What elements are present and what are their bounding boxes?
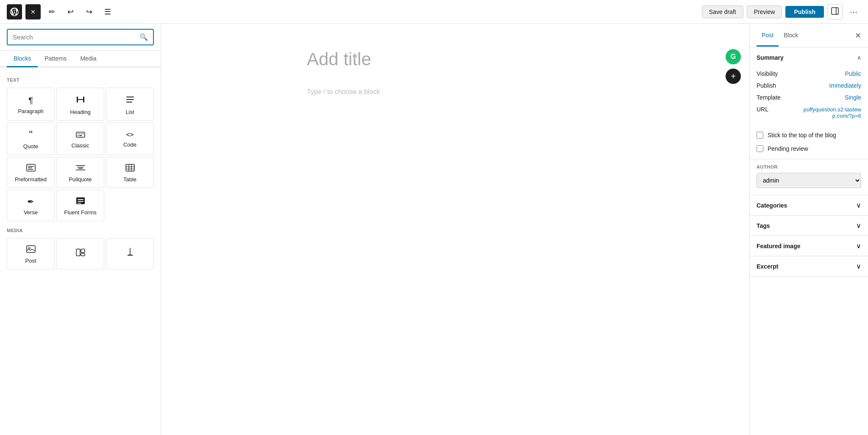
block-gallery[interactable] — [56, 238, 104, 269]
tab-block[interactable]: Block — [779, 25, 803, 47]
media-section-label: MEDIA — [7, 228, 154, 233]
text-section-label: TEXT — [7, 78, 154, 83]
excerpt-row[interactable]: Excerpt ∨ — [750, 256, 868, 277]
stick-checkbox[interactable] — [757, 132, 763, 139]
image-icon — [26, 245, 36, 254]
svg-rect-17 — [28, 168, 32, 169]
block-heading[interactable]: Heading — [56, 88, 104, 121]
svg-rect-20 — [76, 170, 85, 171]
svg-rect-1 — [836, 8, 837, 14]
categories-row[interactable]: Categories ∨ — [750, 195, 868, 216]
block-pullquote[interactable]: Pullquote — [56, 157, 104, 188]
stick-label[interactable]: Stick to the top of the blog — [768, 132, 836, 139]
settings-panel-button[interactable] — [827, 4, 843, 19]
block-label: Preformatted — [15, 176, 47, 183]
featured-image-label: Featured image — [757, 243, 800, 249]
add-block-button[interactable]: + — [726, 69, 741, 84]
block-label: Post — [25, 258, 36, 264]
redo-button[interactable]: ↪ — [81, 4, 97, 19]
pullquote-icon — [76, 164, 85, 173]
publish-value[interactable]: Immediately — [829, 82, 861, 89]
ellipsis-icon: ⋯ — [850, 7, 857, 17]
block-label: Code — [123, 141, 136, 148]
block-verse[interactable]: ✒ Verse — [7, 190, 55, 221]
search-icon: 🔍 — [139, 33, 148, 41]
tab-patterns[interactable]: Patterns — [38, 51, 73, 67]
table-icon — [125, 164, 135, 173]
block-audio[interactable] — [106, 238, 154, 269]
block-image[interactable]: Post — [7, 238, 55, 269]
svg-rect-35 — [81, 249, 85, 252]
tab-media[interactable]: Media — [73, 51, 103, 67]
paragraph-icon: ¶ — [28, 96, 33, 105]
block-paragraph[interactable]: ¶ Paragraph — [7, 88, 55, 121]
list-view-icon: ☰ — [104, 7, 111, 17]
svg-rect-5 — [126, 97, 134, 97]
right-panel-content: Summary ∧ Visibility Public Publish Imme… — [750, 47, 868, 435]
tab-post[interactable]: Post — [757, 25, 779, 47]
svg-rect-9 — [78, 133, 78, 134]
search-input[interactable] — [13, 33, 136, 41]
fluent-forms-icon — [76, 197, 85, 206]
pending-checkbox[interactable] — [757, 145, 763, 152]
post-body[interactable]: Type / to choose a block — [307, 88, 604, 96]
list-view-button[interactable]: ☰ — [100, 4, 115, 19]
svg-rect-14 — [79, 135, 82, 136]
block-label: List — [125, 109, 134, 115]
editor-area: Add title Type / to choose a block G + — [161, 24, 749, 435]
svg-rect-13 — [78, 135, 78, 136]
publish-row: Publish Immediately — [757, 80, 861, 91]
post-title[interactable]: Add title — [307, 49, 604, 75]
visibility-label: Visibility — [757, 70, 778, 77]
save-draft-button[interactable]: Save draft — [702, 6, 743, 18]
template-label: Template — [757, 94, 781, 101]
preview-button[interactable]: Preview — [747, 6, 782, 18]
block-quote[interactable]: " Quote — [7, 122, 55, 155]
svg-rect-30 — [78, 201, 83, 202]
tools-button[interactable]: ✏ — [44, 4, 59, 19]
visibility-value[interactable]: Public — [845, 70, 861, 77]
block-table[interactable]: Table — [106, 157, 154, 188]
template-value[interactable]: Single — [845, 94, 861, 101]
panel-close-button[interactable]: ✕ — [855, 31, 861, 40]
tags-row[interactable]: Tags ∨ — [750, 216, 868, 236]
featured-image-row[interactable]: Featured image ∨ — [750, 236, 868, 256]
close-icon: ✕ — [31, 8, 36, 15]
left-panel: 🔍 Blocks Patterns Media TEXT ¶ Paragraph — [0, 24, 161, 435]
block-fluent-forms[interactable]: Fluent Forms — [56, 190, 104, 221]
block-label: Fluent Forms — [64, 209, 97, 216]
block-label: Classic — [72, 142, 89, 149]
summary-header[interactable]: Summary ∧ — [750, 47, 868, 68]
block-preformatted[interactable]: Preformatted — [7, 157, 55, 188]
publish-label: Publish — [757, 82, 776, 89]
author-select[interactable]: admin — [757, 173, 861, 188]
grammarly-button[interactable]: G — [726, 49, 741, 64]
svg-rect-19 — [76, 165, 85, 166]
heading-icon — [76, 95, 85, 105]
svg-rect-21 — [78, 167, 83, 168]
publish-button[interactable]: Publish — [785, 6, 824, 18]
svg-rect-34 — [76, 249, 80, 256]
url-value[interactable]: puffyquestion.s2-tastewp.com/?p=6 — [802, 106, 861, 119]
svg-rect-12 — [83, 133, 83, 134]
chevron-down-icon: ∨ — [856, 262, 861, 270]
summary-body: Visibility Public Publish Immediately Te… — [750, 68, 868, 128]
undo-icon: ↩ — [67, 7, 74, 17]
svg-rect-31 — [78, 203, 81, 204]
search-input-wrap: 🔍 — [7, 29, 154, 45]
list-icon — [125, 95, 135, 105]
pending-label[interactable]: Pending review — [768, 145, 808, 152]
stick-checkbox-row: Stick to the top of the blog — [750, 128, 868, 142]
plus-icon: + — [731, 72, 736, 81]
block-code[interactable]: <> Code — [106, 122, 154, 155]
close-button[interactable]: ✕ — [25, 4, 41, 19]
author-label: AUTHOR — [757, 164, 861, 169]
url-row: URL puffyquestion.s2-tastewp.com/?p=6 — [757, 103, 861, 122]
block-classic[interactable]: Classic — [56, 122, 104, 155]
block-list[interactable]: List — [106, 88, 154, 121]
tab-blocks[interactable]: Blocks — [7, 51, 38, 67]
right-panel-header: Post Block ✕ — [750, 24, 868, 47]
undo-button[interactable]: ↩ — [63, 4, 78, 19]
wp-logo[interactable] — [7, 4, 22, 19]
more-options-button[interactable]: ⋯ — [846, 4, 861, 19]
